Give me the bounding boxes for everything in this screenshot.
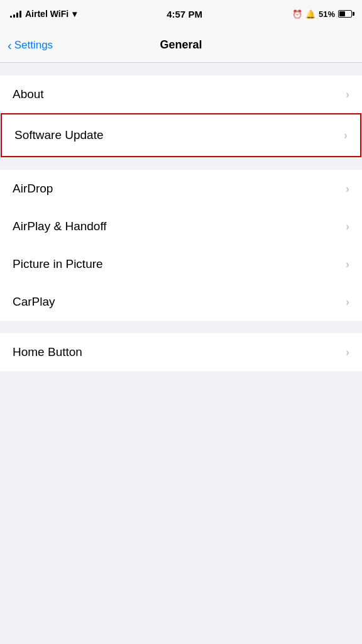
home-button-row[interactable]: Home Button › [0, 333, 362, 371]
picture-in-picture-chevron-icon: › [346, 258, 349, 271]
page-title: General [160, 38, 202, 52]
battery-icon [338, 10, 352, 18]
software-update-label: Software Update [14, 128, 104, 142]
picture-in-picture-row[interactable]: Picture in Picture › [0, 245, 362, 283]
carplay-chevron-icon: › [346, 296, 349, 309]
back-button[interactable]: ‹ Settings [8, 39, 53, 52]
spacer-1 [0, 157, 362, 170]
carplay-label: CarPlay [13, 295, 55, 309]
settings-group-1: About › Software Update › [0, 75, 362, 157]
picture-in-picture-label: Picture in Picture [13, 257, 103, 271]
software-update-row[interactable]: Software Update › [1, 113, 361, 157]
nav-bar: ‹ Settings General [0, 28, 362, 63]
airplay-handoff-chevron-icon: › [346, 220, 349, 233]
home-button-chevron-icon: › [346, 346, 349, 359]
about-label: About [13, 87, 44, 101]
airdrop-row[interactable]: AirDrop › [0, 170, 362, 208]
alarm-icon: ⏰ [292, 9, 302, 19]
about-chevron-icon: › [346, 88, 349, 101]
wifi-icon: ▾ [72, 9, 77, 19]
status-left: Airtel WiFi ▾ [10, 9, 77, 19]
airplay-handoff-row[interactable]: AirPlay & Handoff › [0, 208, 362, 245]
clock-icon: 🔔 [305, 9, 315, 19]
status-bar: Airtel WiFi ▾ 4:57 PM ⏰ 🔔 51% [0, 0, 362, 28]
airdrop-chevron-icon: › [346, 182, 349, 196]
time-label: 4:57 PM [167, 9, 202, 19]
back-label: Settings [14, 39, 53, 52]
spacer-2 [0, 321, 362, 333]
back-chevron-icon: ‹ [8, 39, 12, 52]
status-right: ⏰ 🔔 51% [292, 9, 352, 19]
about-row[interactable]: About › [0, 75, 362, 113]
carrier-label: Airtel WiFi [25, 9, 69, 19]
battery-percent-label: 51% [319, 9, 335, 19]
carplay-row[interactable]: CarPlay › [0, 283, 362, 321]
settings-group-2: AirDrop › AirPlay & Handoff › Picture in… [0, 170, 362, 321]
software-update-chevron-icon: › [344, 129, 348, 142]
home-button-label: Home Button [13, 345, 82, 359]
settings-group-3: Home Button › [0, 333, 362, 371]
airdrop-label: AirDrop [13, 182, 53, 196]
settings-content: About › Software Update › AirDrop › AirP… [0, 63, 362, 371]
signal-icon [10, 10, 21, 18]
airplay-handoff-label: AirPlay & Handoff [13, 219, 107, 233]
